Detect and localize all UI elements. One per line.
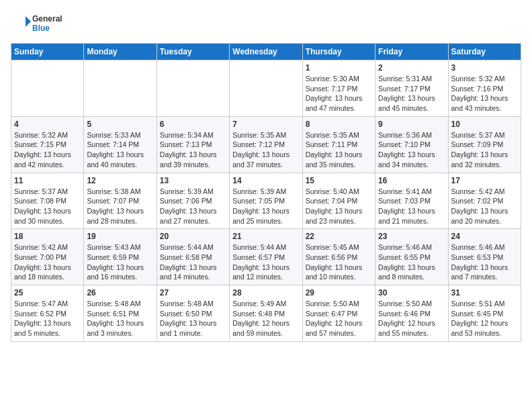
calendar-cell: 27Sunrise: 5:48 AMSunset: 6:50 PMDayligh… [157, 285, 229, 342]
day-info: Daylight: 12 hours [451, 318, 518, 328]
day-info: Daylight: 13 hours [378, 206, 445, 216]
day-info: Sunrise: 5:33 AM [87, 130, 153, 140]
day-info: Sunrise: 5:41 AM [378, 187, 445, 197]
day-number: 6 [160, 120, 226, 129]
day-info: and 47 minutes. [306, 103, 372, 113]
day-number: 11 [14, 176, 81, 185]
day-info: Sunset: 6:59 PM [87, 253, 153, 263]
day-number: 16 [378, 176, 445, 185]
day-info: and 20 minutes. [451, 216, 518, 226]
day-info: Daylight: 12 hours [378, 318, 445, 328]
day-info: Sunset: 6:52 PM [14, 309, 81, 319]
day-info: Daylight: 13 hours [160, 150, 226, 160]
day-info: and 34 minutes. [378, 160, 445, 170]
day-info: Sunset: 6:46 PM [378, 309, 445, 319]
day-info: and 28 minutes. [87, 216, 153, 226]
day-info: and 30 minutes. [14, 216, 81, 226]
day-info: Sunrise: 5:47 AM [14, 299, 81, 309]
calendar-cell: 20Sunrise: 5:44 AMSunset: 6:58 PMDayligh… [157, 229, 229, 285]
day-info: Sunset: 7:06 PM [160, 196, 226, 206]
day-info: Sunset: 6:47 PM [306, 309, 372, 319]
day-number: 4 [14, 120, 81, 129]
day-number: 29 [306, 288, 372, 298]
calendar-cell: 14Sunrise: 5:39 AMSunset: 7:05 PMDayligh… [230, 173, 302, 229]
day-header-monday: Monday [84, 44, 157, 60]
day-info: and 5 minutes. [14, 328, 81, 338]
day-info: and 40 minutes. [87, 160, 153, 170]
day-number: 23 [378, 232, 445, 241]
day-info: Sunset: 7:03 PM [378, 196, 445, 206]
calendar-cell: 21Sunrise: 5:44 AMSunset: 6:57 PMDayligh… [230, 229, 302, 285]
day-info: Daylight: 12 hours [306, 318, 372, 328]
day-info: Daylight: 13 hours [87, 206, 153, 216]
day-header-sunday: Sunday [11, 44, 84, 60]
day-info: Sunrise: 5:45 AM [306, 242, 372, 253]
day-info: and 39 minutes. [160, 160, 226, 170]
day-info: Sunset: 7:02 PM [451, 196, 518, 206]
calendar-cell: 17Sunrise: 5:42 AMSunset: 7:02 PMDayligh… [448, 173, 521, 229]
day-info: and 18 minutes. [14, 272, 81, 282]
calendar-cell: 23Sunrise: 5:46 AMSunset: 6:55 PMDayligh… [375, 229, 448, 285]
day-info: Daylight: 13 hours [306, 263, 372, 273]
calendar-cell: 18Sunrise: 5:42 AMSunset: 7:00 PMDayligh… [11, 229, 84, 285]
day-info: Sunrise: 5:43 AM [87, 242, 153, 253]
day-info: Sunset: 7:15 PM [14, 140, 81, 150]
day-info: Daylight: 13 hours [160, 318, 226, 328]
logo-svg: General Blue [11, 11, 71, 38]
calendar-cell [157, 60, 229, 117]
svg-marker-2 [26, 16, 31, 27]
day-info: and 1 minute. [160, 328, 226, 338]
day-info: Sunrise: 5:48 AM [160, 299, 226, 309]
calendar-week-4: 18Sunrise: 5:42 AMSunset: 7:00 PMDayligh… [11, 229, 521, 285]
calendar-cell: 11Sunrise: 5:37 AMSunset: 7:08 PMDayligh… [11, 173, 84, 229]
day-info: Sunrise: 5:46 AM [378, 242, 445, 253]
day-info: Sunset: 7:10 PM [378, 140, 445, 150]
day-info: Sunset: 6:48 PM [232, 309, 299, 319]
day-info: and 12 minutes. [232, 272, 299, 282]
calendar-cell [230, 60, 302, 117]
day-info: Sunset: 6:51 PM [87, 309, 153, 319]
day-info: Sunrise: 5:50 AM [378, 299, 445, 309]
day-number: 19 [87, 232, 153, 241]
day-info: Sunset: 6:58 PM [160, 253, 226, 263]
day-info: and 32 minutes. [451, 160, 518, 170]
day-number: 10 [451, 120, 518, 129]
day-header-saturday: Saturday [448, 44, 521, 60]
calendar-cell: 2Sunrise: 5:31 AMSunset: 7:17 PMDaylight… [375, 60, 448, 117]
day-number: 17 [451, 176, 518, 185]
day-info: Sunset: 7:11 PM [306, 140, 372, 150]
calendar-cell: 22Sunrise: 5:45 AMSunset: 6:56 PMDayligh… [302, 229, 375, 285]
day-info: Daylight: 13 hours [14, 206, 81, 216]
day-info: Daylight: 13 hours [14, 150, 81, 160]
calendar-cell: 7Sunrise: 5:35 AMSunset: 7:12 PMDaylight… [230, 116, 302, 173]
day-info: Sunrise: 5:34 AM [160, 130, 226, 140]
day-info: Sunrise: 5:44 AM [232, 242, 299, 253]
calendar-cell: 5Sunrise: 5:33 AMSunset: 7:14 PMDaylight… [84, 116, 157, 173]
svg-text:General: General [32, 14, 62, 24]
day-number: 8 [306, 120, 372, 129]
calendar-cell: 28Sunrise: 5:49 AMSunset: 6:48 PMDayligh… [230, 285, 302, 342]
calendar-cell [11, 60, 84, 117]
day-info: and 10 minutes. [306, 272, 372, 282]
day-info: Sunset: 6:56 PM [306, 253, 372, 263]
day-number: 22 [306, 232, 372, 241]
day-info: Sunset: 6:57 PM [232, 253, 299, 263]
day-info: Sunrise: 5:31 AM [378, 74, 445, 84]
day-info: Sunrise: 5:39 AM [160, 187, 226, 197]
calendar-cell: 9Sunrise: 5:36 AMSunset: 7:10 PMDaylight… [375, 116, 448, 173]
calendar-cell: 25Sunrise: 5:47 AMSunset: 6:52 PMDayligh… [11, 285, 84, 342]
day-info: Sunset: 7:00 PM [14, 253, 81, 263]
calendar-cell: 3Sunrise: 5:32 AMSunset: 7:16 PMDaylight… [448, 60, 521, 117]
day-info: Daylight: 13 hours [160, 206, 226, 216]
day-number: 18 [14, 232, 81, 241]
day-info: and 25 minutes. [232, 216, 299, 226]
day-info: Sunrise: 5:46 AM [451, 242, 518, 253]
day-number: 3 [451, 63, 518, 73]
day-number: 27 [160, 288, 226, 298]
day-number: 26 [87, 288, 153, 298]
calendar-cell: 19Sunrise: 5:43 AMSunset: 6:59 PMDayligh… [84, 229, 157, 285]
day-info: Sunrise: 5:40 AM [306, 187, 372, 197]
day-info: Sunrise: 5:51 AM [451, 299, 518, 309]
calendar-week-5: 25Sunrise: 5:47 AMSunset: 6:52 PMDayligh… [11, 285, 521, 342]
day-info: Sunrise: 5:30 AM [306, 74, 372, 84]
